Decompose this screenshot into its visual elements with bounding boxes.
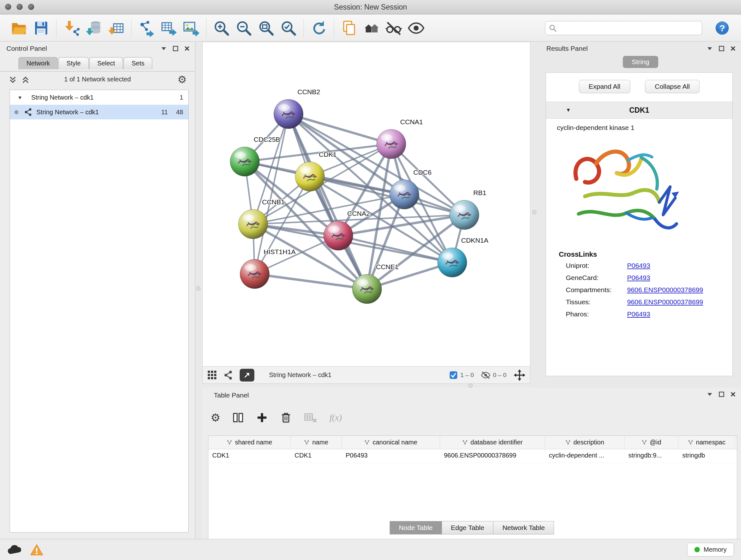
cloud-icon[interactable]	[7, 544, 21, 555]
column-header-label: canonical name	[373, 439, 417, 446]
selected-counter: 1 – 0	[449, 371, 474, 379]
column-header-shared-name[interactable]: shared name	[208, 436, 291, 449]
network-status-dot	[14, 110, 18, 114]
table-settings-gear-icon[interactable]: ⚙	[211, 411, 220, 424]
column-header-label: database identifier	[470, 439, 522, 446]
crosslink-link[interactable]: P06493	[627, 262, 650, 269]
panel-close-icon[interactable]	[730, 46, 736, 51]
table-cell[interactable]: cyclin-dependent ...	[545, 449, 624, 462]
memory-button[interactable]: Memory	[687, 543, 734, 557]
column-header-name[interactable]: name	[291, 436, 342, 449]
network-row-selected[interactable]: String Network – cdk1 11 48	[10, 105, 188, 119]
gene-section-header[interactable]: ▼ CDK1	[546, 102, 732, 119]
checkbox-icon[interactable]	[449, 371, 458, 379]
column-header-namespac[interactable]: namespac	[678, 436, 735, 449]
expand-all-button[interactable]: Expand All	[579, 80, 630, 93]
column-header-description[interactable]: description	[545, 436, 624, 449]
table-cell[interactable]: stringdb:9...	[624, 449, 678, 462]
network-edge[interactable]	[255, 274, 367, 289]
tab-node-table[interactable]: Node Table	[390, 521, 442, 535]
horizontal-splitter-handle[interactable]	[468, 383, 473, 388]
crosslink-link[interactable]: P06493	[627, 274, 650, 282]
import-network-button[interactable]	[60, 17, 83, 39]
crosslink-link[interactable]: P06493	[627, 310, 650, 318]
table-row[interactable]: CDK1CDK1P064939606.ENSP00000378699cyclin…	[208, 449, 737, 463]
table-header-row: shared namenamecanonical namedatabase id…	[208, 436, 737, 449]
table-cell[interactable]: stringdb	[678, 449, 735, 462]
birdseye-share-icon[interactable]	[224, 370, 233, 380]
network-collection-row[interactable]: ▼ String Network – cdk1 1	[10, 90, 188, 105]
export-network-icon	[138, 19, 155, 37]
table-cell[interactable]: CDK1	[291, 449, 342, 462]
column-header-@id[interactable]: @id	[624, 436, 678, 449]
export-view-button[interactable]	[240, 369, 254, 381]
tab-network-table[interactable]: Network Table	[493, 521, 554, 535]
crosslink-link[interactable]: 9606.ENSP00000378699	[627, 286, 703, 294]
delete-table-icon-disabled	[304, 411, 318, 424]
glasses-slash-icon	[385, 19, 402, 37]
zoom-in-icon	[213, 19, 230, 37]
add-column-icon[interactable]	[256, 412, 268, 424]
zoom-out-icon	[235, 19, 253, 37]
application-window: Session: New Session ? Control Panel	[0, 0, 741, 560]
tab-sets[interactable]: Sets	[124, 57, 152, 69]
panel-float-icon[interactable]	[173, 46, 179, 51]
zoom-in-button[interactable]	[210, 17, 232, 39]
tab-network[interactable]: Network	[18, 57, 58, 69]
main-toolbar: ?	[0, 15, 741, 42]
home-button[interactable]	[360, 17, 383, 39]
export-image-button[interactable]	[180, 17, 202, 39]
gear-icon[interactable]: ⚙	[178, 72, 187, 86]
vertical-splitter-handle[interactable]	[196, 287, 200, 291]
panel-collapse-icon[interactable]	[706, 46, 713, 51]
zoom-out-button[interactable]	[232, 17, 255, 39]
import-network-database-button[interactable]	[83, 17, 105, 39]
show-details-button[interactable]	[405, 17, 427, 39]
export-table-button[interactable]	[158, 17, 180, 39]
network-selection-status: 1 of 1 Network selected	[0, 76, 195, 83]
hide-details-button[interactable]	[383, 17, 405, 39]
column-header-label: description	[574, 439, 604, 446]
zoom-selected-button[interactable]	[277, 17, 300, 39]
network-node-label: CCNB2	[297, 88, 320, 96]
crosslink-row: Compartments:9606.ENSP00000378699	[566, 286, 732, 294]
save-session-button[interactable]	[30, 17, 52, 39]
eye-icon	[408, 19, 425, 37]
collapse-all-button[interactable]: Collapse All	[645, 80, 700, 93]
duplicate-network-button[interactable]	[338, 17, 360, 39]
status-bar: Memory	[0, 539, 741, 560]
panel-float-icon[interactable]	[719, 46, 724, 51]
tree-expand-icon[interactable]: ▼	[17, 95, 22, 100]
column-header-database-identifier[interactable]: database identifier	[440, 436, 545, 449]
panel-collapse-icon[interactable]	[706, 392, 713, 396]
panel-close-icon[interactable]	[184, 46, 190, 51]
grid-view-icon[interactable]	[207, 370, 217, 380]
crosslink-link[interactable]: 9606.ENSP00000378699	[627, 298, 703, 306]
refresh-button[interactable]	[308, 17, 330, 39]
tab-select[interactable]: Select	[89, 57, 123, 69]
export-network-button[interactable]	[135, 17, 158, 39]
delete-column-trash-icon[interactable]	[280, 411, 292, 424]
tab-edge-table[interactable]: Edge Table	[442, 521, 494, 535]
vertical-splitter-handle[interactable]	[532, 210, 536, 214]
tab-style[interactable]: Style	[58, 57, 88, 69]
table-cell[interactable]: P06493	[342, 449, 440, 462]
eye-slash-icon[interactable]	[481, 371, 490, 379]
panel-float-icon[interactable]	[719, 391, 724, 397]
warning-icon[interactable]	[30, 544, 44, 556]
search-input[interactable]	[545, 21, 702, 35]
help-button[interactable]: ?	[711, 17, 733, 39]
open-session-button[interactable]	[8, 17, 30, 39]
zoom-fit-button[interactable]	[255, 17, 277, 39]
table-cell[interactable]: 9606.ENSP00000378699	[440, 449, 545, 462]
table-cell[interactable]: CDK1	[208, 449, 291, 462]
import-table-button[interactable]	[105, 17, 127, 39]
network-view-canvas[interactable]: CCNB2CCNA1CDC25BCDK1CDC6RB1CCNB1CCNA2CDK…	[202, 42, 530, 367]
panel-collapse-icon[interactable]	[160, 46, 167, 51]
column-header-canonical-name[interactable]: canonical name	[342, 436, 440, 449]
pan-crosshair-icon[interactable]	[514, 369, 526, 381]
section-expand-icon[interactable]: ▼	[566, 107, 571, 113]
panel-close-icon[interactable]	[730, 391, 736, 397]
show-columns-icon[interactable]	[232, 411, 245, 424]
tab-string[interactable]: String	[623, 56, 658, 68]
